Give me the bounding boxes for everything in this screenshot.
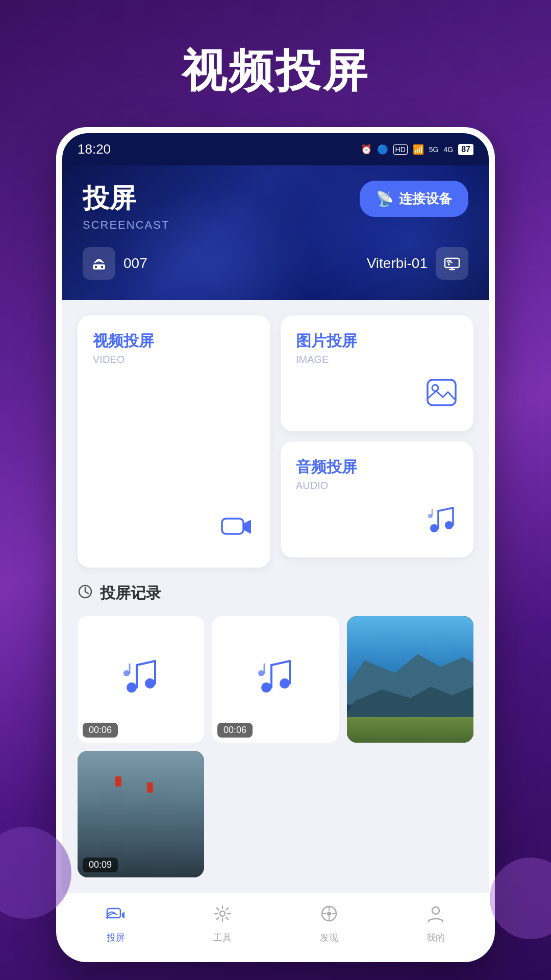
image-cast-title-cn: 图片投屏 bbox=[296, 331, 458, 352]
alarm-icon: ⏰ bbox=[361, 144, 372, 155]
status-icons: ⏰ 🔵 HD 📶 5G 4G 87 bbox=[361, 144, 473, 155]
video-cast-title-cn: 视频投屏 bbox=[93, 331, 255, 352]
svg-point-20 bbox=[145, 678, 155, 689]
nav-profile-label: 我的 bbox=[427, 932, 445, 944]
device-icon-box bbox=[436, 247, 468, 280]
music-icon bbox=[296, 492, 458, 542]
wifi-icon: 📶 bbox=[413, 144, 424, 155]
svg-point-5 bbox=[448, 263, 450, 265]
landscape-image bbox=[347, 616, 473, 743]
hd-icon: HD bbox=[393, 144, 408, 155]
nav-item-tools[interactable]: 工具 bbox=[212, 903, 233, 944]
app-title-cn: 投屏 bbox=[83, 181, 169, 216]
svg-point-34 bbox=[106, 917, 108, 919]
image-cast-card[interactable]: 图片投屏 IMAGE bbox=[281, 315, 473, 431]
status-bar: 18:20 ⏰ 🔵 HD 📶 5G 4G 87 bbox=[62, 133, 489, 165]
bottom-nav: 投屏 工具 bbox=[62, 893, 489, 956]
connect-btn-label: 连接设备 bbox=[399, 190, 452, 208]
history-music-icon-1 bbox=[120, 655, 161, 704]
svg-point-42 bbox=[432, 907, 439, 914]
audio-cast-title-en: AUDIO bbox=[296, 480, 458, 492]
history-item-street[interactable]: 00:09 bbox=[78, 751, 204, 877]
router-icon bbox=[90, 254, 108, 273]
wifi-info: 007 bbox=[83, 247, 147, 280]
svg-point-2 bbox=[98, 266, 100, 268]
cast-cards-grid: 视频投屏 VIDEO 图片投屏 IMAGE bbox=[78, 315, 473, 568]
svg-point-19 bbox=[127, 682, 137, 693]
nav-profile-icon bbox=[425, 903, 446, 928]
image-cast-title-en: IMAGE bbox=[296, 354, 458, 365]
svg-point-27 bbox=[280, 678, 290, 689]
nav-discover-label: 发现 bbox=[320, 932, 338, 944]
image-icon bbox=[296, 365, 458, 416]
bluetooth-icon: 🔵 bbox=[377, 144, 388, 155]
phone-inner: 18:20 ⏰ 🔵 HD 📶 5G 4G 87 投屏 SCREENCAST 📡 bbox=[62, 133, 489, 956]
history-item-landscape[interactable] bbox=[347, 616, 473, 743]
battery-indicator: 87 bbox=[458, 144, 473, 155]
svg-point-24 bbox=[123, 670, 130, 676]
nav-item-discover[interactable]: 发现 bbox=[319, 903, 339, 944]
screen-cast-icon bbox=[443, 254, 461, 273]
cast-icon: 📡 bbox=[376, 190, 394, 207]
svg-point-37 bbox=[327, 912, 331, 916]
svg-rect-7 bbox=[428, 380, 456, 405]
app-title-block: 投屏 SCREENCAST bbox=[83, 181, 169, 232]
svg-rect-6 bbox=[222, 519, 243, 534]
signal-4g-icon: 4G bbox=[444, 145, 454, 154]
nav-cast-icon bbox=[106, 903, 126, 928]
history-section-title: 投屏记录 bbox=[78, 583, 473, 604]
svg-point-10 bbox=[445, 521, 453, 529]
svg-point-26 bbox=[261, 682, 271, 693]
device-name: Viterbi-01 bbox=[367, 255, 428, 272]
header-bottom: 007 Viterbi-01 bbox=[83, 247, 468, 280]
history-duration-1: 00:06 bbox=[83, 723, 118, 738]
status-time: 18:20 bbox=[78, 141, 111, 157]
history-item-audio-2[interactable]: 00:06 bbox=[212, 616, 339, 743]
video-cast-card[interactable]: 视频投屏 VIDEO bbox=[78, 315, 270, 568]
bg-decoration-right bbox=[490, 857, 551, 939]
content-area: 视频投屏 VIDEO 图片投屏 IMAGE bbox=[62, 300, 489, 893]
nav-discover-icon bbox=[319, 903, 339, 928]
video-cast-title-en: VIDEO bbox=[93, 354, 255, 365]
header-top: 投屏 SCREENCAST 📡 连接设备 bbox=[83, 181, 468, 232]
svg-line-13 bbox=[438, 508, 453, 511]
video-icon bbox=[93, 499, 255, 552]
svg-point-9 bbox=[430, 524, 438, 532]
nav-cast-label: 投屏 bbox=[107, 932, 125, 944]
connect-device-button[interactable]: 📡 连接设备 bbox=[360, 181, 468, 217]
right-cards-column: 图片投屏 IMAGE 音频投屏 AUDIO bbox=[281, 315, 473, 557]
svg-point-3 bbox=[101, 266, 103, 268]
svg-line-23 bbox=[137, 661, 155, 665]
app-title-en: SCREENCAST bbox=[83, 218, 169, 232]
page-title: 视频投屏 bbox=[0, 0, 551, 127]
history-section-label: 投屏记录 bbox=[100, 583, 161, 604]
nav-item-profile[interactable]: 我的 bbox=[425, 903, 446, 944]
svg-point-31 bbox=[258, 670, 264, 676]
nav-tools-icon bbox=[212, 903, 233, 928]
nav-item-cast[interactable]: 投屏 bbox=[106, 903, 126, 944]
svg-point-8 bbox=[432, 385, 438, 391]
app-header: 投屏 SCREENCAST 📡 连接设备 bbox=[62, 165, 489, 300]
clock-icon bbox=[78, 584, 93, 603]
svg-point-1 bbox=[95, 266, 97, 268]
wifi-name: 007 bbox=[123, 255, 147, 272]
history-item-audio-1[interactable]: 00:06 bbox=[78, 616, 204, 743]
history-grid: 00:06 00: bbox=[78, 616, 473, 877]
device-info: Viterbi-01 bbox=[367, 247, 468, 280]
svg-point-35 bbox=[220, 911, 225, 916]
history-duration-4: 00:09 bbox=[83, 857, 118, 872]
signal-5g-icon: 5G bbox=[429, 145, 439, 154]
history-music-icon-2 bbox=[255, 655, 296, 704]
svg-line-18 bbox=[85, 592, 88, 594]
svg-line-30 bbox=[271, 661, 290, 665]
nav-tools-label: 工具 bbox=[213, 932, 232, 944]
phone-mockup: 18:20 ⏰ 🔵 HD 📶 5G 4G 87 投屏 SCREENCAST 📡 bbox=[56, 127, 495, 962]
audio-cast-title-cn: 音频投屏 bbox=[296, 457, 458, 478]
audio-cast-card[interactable]: 音频投屏 AUDIO bbox=[281, 442, 473, 557]
wifi-icon-box bbox=[83, 247, 115, 280]
history-duration-2: 00:06 bbox=[217, 723, 253, 738]
